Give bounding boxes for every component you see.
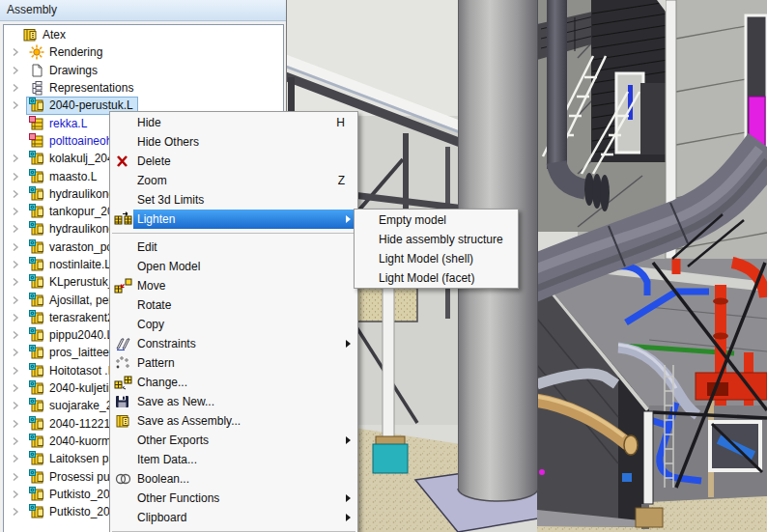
menu-item-save-as-new[interactable]: Save as New... <box>110 392 357 411</box>
boolean-icon <box>114 471 132 487</box>
menu-shortcut: Z <box>338 171 345 190</box>
expander-chevron-icon[interactable] <box>11 207 20 216</box>
model-lock-icon <box>29 221 45 237</box>
expander-chevron-icon[interactable] <box>11 507 20 517</box>
model-lock-icon <box>29 98 45 113</box>
tree-item-label: Representations <box>49 81 133 95</box>
menu-item-zoom[interactable]: ZoomZ <box>110 171 357 190</box>
submenu-item-light-model-shell[interactable]: Light Model (shell) <box>355 249 518 268</box>
menu-item-hide[interactable]: HideH <box>110 113 357 132</box>
submenu-arrow-icon <box>346 514 351 521</box>
menu-item-label: Set 3d Limits <box>137 193 204 207</box>
menu-item-other-functions[interactable]: Other Functions <box>110 489 357 508</box>
save-icon <box>114 394 132 409</box>
expander-chevron-icon[interactable] <box>11 472 20 482</box>
rendering-icon <box>29 44 45 60</box>
menu-item-copy[interactable]: Copy <box>110 315 357 334</box>
model-lock-icon <box>29 416 45 432</box>
menu-item-label: Save as Assembly... <box>137 414 241 428</box>
expander-chevron-icon[interactable] <box>11 383 20 393</box>
expander-chevron-icon[interactable] <box>11 83 20 93</box>
menu-item-pattern[interactable]: Pattern <box>110 353 357 373</box>
tree-item-representations[interactable]: Representations <box>4 79 283 97</box>
tree-item-label: pippu2040.L <box>49 328 113 342</box>
menu-item-label: Rotate <box>137 298 171 312</box>
menu-item-other-exports[interactable]: Other Exports <box>110 431 357 450</box>
expander-chevron-icon[interactable] <box>11 189 20 199</box>
expander-chevron-icon[interactable] <box>11 490 20 499</box>
menu-item-clipboard[interactable]: Clipboard <box>110 508 357 527</box>
model-red-icon <box>29 133 45 149</box>
panel-title: Assembly <box>0 0 286 21</box>
teal-box <box>373 444 408 473</box>
tree-item-label: Laitoksen pä <box>49 452 115 465</box>
submenu-item-label: Light Model (facet) <box>379 271 474 285</box>
expander-chevron-icon[interactable] <box>11 66 20 75</box>
submenu-arrow-icon <box>346 215 351 223</box>
expander-chevron-icon[interactable] <box>11 401 20 410</box>
expander-chevron-icon[interactable] <box>11 419 20 429</box>
menu-item-hide-others[interactable]: Hide Others <box>110 132 357 152</box>
submenu-arrow-icon <box>346 494 351 502</box>
menu-item-constraints[interactable]: Constraints <box>110 334 357 353</box>
expander-chevron-icon[interactable] <box>11 277 20 287</box>
menu-item-label: Delete <box>137 154 171 168</box>
menu-separator <box>110 527 357 532</box>
menu-item-label: Lighten <box>137 212 175 226</box>
expander-chevron-icon[interactable] <box>11 154 20 163</box>
expander-chevron-icon[interactable] <box>11 172 20 182</box>
menu-item-boolean[interactable]: Boolean... <box>110 469 357 489</box>
model-red-icon <box>29 116 45 131</box>
expander-chevron-icon[interactable] <box>11 366 20 376</box>
menu-item-save-as-assembly[interactable]: Save as Assembly... <box>110 411 357 431</box>
pattern-icon <box>114 355 132 371</box>
expander-chevron-icon[interactable] <box>11 295 20 305</box>
tree-item-label: 2040-kuljetin <box>49 381 115 395</box>
delete-icon <box>114 154 132 169</box>
tree-item-label: Ajosillat, peri <box>49 294 115 307</box>
expander-chevron-icon[interactable] <box>11 224 20 234</box>
tree-item-atex[interactable]: Atex <box>4 26 283 43</box>
model-lock-icon <box>29 257 45 272</box>
model-lock-icon <box>29 487 45 502</box>
menu-item-change[interactable]: Change... <box>110 373 357 392</box>
menu-item-item-data[interactable]: Item Data... <box>110 450 357 469</box>
menu-item-open-model[interactable]: Open Model <box>110 257 357 276</box>
model-lock-icon <box>29 363 45 378</box>
menu-item-move[interactable]: Move <box>110 276 357 295</box>
expander-chevron-icon[interactable] <box>11 330 20 340</box>
expander-chevron-icon[interactable] <box>11 260 20 269</box>
change-icon <box>114 375 132 390</box>
menu-item-rotate[interactable]: Rotate <box>110 295 357 315</box>
tree-item-label: varaston_por <box>49 240 117 254</box>
menu-separator <box>110 229 357 238</box>
model-lock-icon <box>29 204 45 219</box>
menu-item-label: Boolean... <box>137 472 189 486</box>
submenu-item-light-model-facet[interactable]: Light Model (facet) <box>355 268 518 288</box>
tree-item-label: Drawings <box>49 64 98 77</box>
expander-chevron-icon[interactable] <box>11 100 20 110</box>
submenu-item-hide-assembly-structure[interactable]: Hide assembly structure <box>355 230 518 249</box>
assembly-icon <box>22 27 39 42</box>
expander-chevron-icon[interactable] <box>11 348 20 357</box>
expander-chevron-icon[interactable] <box>11 436 20 446</box>
model-lock-icon <box>29 451 45 466</box>
expander-chevron-icon[interactable] <box>11 313 20 322</box>
tree-item-label: Rendering <box>49 45 102 59</box>
menu-item-lighten[interactable]: Lighten <box>110 210 357 229</box>
submenu-item-empty-model[interactable]: Empty model <box>355 210 518 230</box>
tree-item-label: hydraulikone <box>49 187 115 201</box>
model-lock-icon <box>29 345 45 360</box>
tree-item-rendering[interactable]: Rendering <box>4 43 283 61</box>
expander-chevron-icon[interactable] <box>11 454 20 463</box>
menu-item-delete[interactable]: Delete <box>110 152 357 171</box>
application-window: Assembly AtexRenderingDrawingsRepresenta… <box>0 0 767 532</box>
menu-item-edit[interactable]: Edit <box>110 238 357 257</box>
expander-chevron-icon[interactable] <box>11 47 20 57</box>
expander-chevron-icon[interactable] <box>11 242 20 252</box>
lighten-icon <box>114 211 132 227</box>
tree-item-drawings[interactable]: Drawings <box>4 62 283 79</box>
menu-item-label: Save as New... <box>137 395 214 408</box>
model-lock-icon <box>29 469 45 485</box>
menu-item-set-3d-limits[interactable]: Set 3d Limits <box>110 190 357 210</box>
